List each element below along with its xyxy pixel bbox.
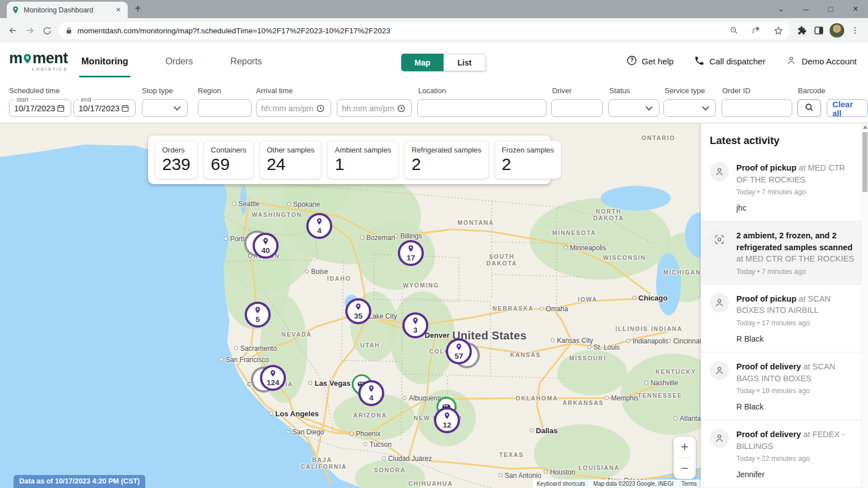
- map-label-bigcity: Dallas: [530, 426, 557, 435]
- browser-menu-kebab-icon[interactable]: [847, 22, 863, 39]
- activity-scrollbar[interactable]: [861, 123, 868, 488]
- profile-avatar[interactable]: [830, 23, 844, 38]
- cluster-marker-5[interactable]: 5: [245, 302, 271, 328]
- cluster-marker-12[interactable]: 12: [434, 407, 460, 433]
- main-nav: MonitoringOrdersReports: [80, 43, 263, 80]
- side-panel-icon[interactable]: [810, 22, 827, 39]
- terms-link[interactable]: Terms: [678, 480, 701, 488]
- toggle-map-button[interactable]: Map: [401, 54, 444, 71]
- get-help-button[interactable]: ?Get help: [626, 55, 674, 68]
- bookmark-star-icon[interactable]: [770, 22, 787, 39]
- reload-button[interactable]: [38, 22, 55, 39]
- keyboard-shortcuts-link[interactable]: Keyboard shortcuts: [533, 480, 589, 488]
- activity-event: 2 ambient, 2 frozen, and 2 refrigerated …: [736, 231, 853, 252]
- activity-author: jhc: [736, 203, 854, 212]
- service-type-label: Service type: [665, 86, 705, 95]
- map-label-city: Billings: [394, 232, 422, 240]
- location-label: Location: [418, 86, 446, 95]
- arrival-start-input[interactable]: hh:mm am/pm: [256, 99, 331, 117]
- lock-icon: [66, 27, 72, 34]
- cluster-marker-17[interactable]: 17: [398, 240, 424, 266]
- cluster-marker-35[interactable]: 35: [345, 298, 371, 324]
- new-tab-button[interactable]: +: [134, 2, 141, 15]
- activity-item[interactable]: Proof of pickup at SCAN BOXES INTO AIRBI…: [701, 285, 868, 352]
- map-label-city: St. Louis: [587, 343, 620, 351]
- clear-all-button[interactable]: Clear all: [827, 99, 868, 117]
- window-minimize-button[interactable]: —: [793, 6, 818, 12]
- browser-tab[interactable]: Monitoring Dashboard ×: [7, 2, 128, 18]
- region-input[interactable]: [198, 99, 251, 117]
- cluster-marker-57[interactable]: 57: [446, 338, 472, 364]
- map-label-state: MICHIGAN: [663, 269, 701, 276]
- cluster-marker-124[interactable]: 124: [260, 365, 286, 391]
- map-label-state: ARKANSAS: [562, 399, 604, 406]
- clock-icon[interactable]: [315, 103, 326, 114]
- window-maximize-button[interactable]: □: [818, 5, 843, 14]
- driver-input[interactable]: [551, 99, 603, 117]
- demo-account-button[interactable]: Demo Account: [785, 55, 857, 68]
- scrollbar-thumb[interactable]: [862, 132, 867, 192]
- stat-value: 239: [162, 156, 190, 173]
- service-type-select[interactable]: [663, 99, 716, 117]
- zoom-in-button[interactable]: +: [674, 437, 696, 457]
- map-label-state: ARIZONA: [353, 412, 387, 419]
- map-label-state: UTAH: [360, 342, 380, 348]
- stat-card-ambient-samples: Ambient samples1: [327, 141, 398, 179]
- moment-logo[interactable]: m ment LOGISTICS: [9, 51, 68, 72]
- call-dispatcher-button[interactable]: Call dispatcher: [694, 55, 765, 68]
- cluster-marker-4[interactable]: 4: [358, 380, 384, 406]
- activity-item[interactable]: Proof of delivery at FEDEX - BILLINGSTod…: [701, 420, 868, 488]
- calendar-icon[interactable]: [55, 103, 66, 114]
- stat-label: Ambient samples: [335, 146, 391, 154]
- cluster-count: 57: [454, 352, 463, 360]
- map-label-state: NEBRASKA: [492, 305, 533, 312]
- url-bar[interactable]: momentdash.com/monitoring/map?f.schedule…: [59, 22, 790, 39]
- back-button[interactable]: [5, 22, 21, 39]
- order-id-input[interactable]: [722, 99, 792, 117]
- scrollbar-up-arrow[interactable]: [863, 125, 867, 129]
- stop-type-select[interactable]: [142, 99, 188, 117]
- arrival-end-placeholder: hh:mm am/pm: [342, 104, 396, 113]
- map-label-state: WISCONSIN: [603, 254, 646, 261]
- forward-button[interactable]: [21, 22, 38, 39]
- extensions-puzzle-icon[interactable]: [793, 22, 810, 39]
- map-label-state: CALIFORNIA: [301, 463, 347, 470]
- map-label-state: IDAHO: [327, 275, 351, 282]
- activity-body: Proof of pickup at SCAN BOXES INTO AIRBI…: [736, 293, 854, 343]
- calendar-icon[interactable]: [119, 103, 131, 114]
- location-input[interactable]: [417, 99, 546, 117]
- nav-orders[interactable]: Orders: [164, 55, 194, 68]
- activity-event: Proof of delivery: [736, 430, 801, 439]
- activity-item[interactable]: Proof of pickup at MED CTR OF THE ROCKIE…: [701, 154, 868, 221]
- toggle-list-button[interactable]: List: [444, 54, 486, 71]
- map-label-state: ONTARIO: [641, 134, 675, 141]
- nav-monitoring[interactable]: Monitoring: [80, 55, 129, 68]
- zoom-out-button[interactable]: −: [674, 458, 696, 479]
- map-canvas[interactable]: ONTARIOSeattleSpokaneWASHINGTONMONTANANO…: [0, 123, 701, 488]
- scheduled-start-input[interactable]: start 10/17/2023: [9, 99, 71, 117]
- nav-reports[interactable]: Reports: [229, 55, 263, 68]
- stat-label: Refrigerated samples: [411, 146, 481, 154]
- map-list-toggle: Map List: [401, 54, 486, 71]
- tab-close-icon[interactable]: ×: [114, 5, 123, 15]
- tab-search-chevron-icon[interactable]: ⌄: [769, 5, 793, 13]
- cluster-marker-3[interactable]: 3: [402, 312, 428, 338]
- share-icon[interactable]: [748, 22, 765, 39]
- cluster-marker-40[interactable]: 40: [253, 233, 279, 259]
- cluster-marker-4[interactable]: 4: [306, 213, 332, 239]
- activity-item[interactable]: Proof of delivery at SCAN BAGS INTO BOXE…: [701, 352, 868, 420]
- arrival-start-placeholder: hh:mm am/pm: [261, 104, 315, 113]
- activity-item[interactable]: 2 ambient, 2 frozen, and 2 refrigerated …: [701, 221, 868, 285]
- chevron-down-icon: [700, 103, 711, 114]
- barcode-search-button[interactable]: [797, 99, 821, 117]
- map-label-state: WYOMING: [403, 282, 439, 289]
- arrival-end-input[interactable]: hh:mm am/pm: [337, 99, 412, 117]
- status-select[interactable]: [608, 99, 659, 117]
- window-close-button[interactable]: ×: [843, 4, 868, 14]
- zoom-page-icon[interactable]: [726, 22, 743, 39]
- start-date-value: 10/17/2023: [14, 104, 55, 113]
- stats-strip: Orders239Containers69Other samples24Ambi…: [148, 136, 551, 184]
- scheduled-end-input[interactable]: end 10/17/2023: [73, 99, 136, 117]
- status-label: Status: [609, 86, 630, 95]
- clock-icon[interactable]: [396, 103, 407, 114]
